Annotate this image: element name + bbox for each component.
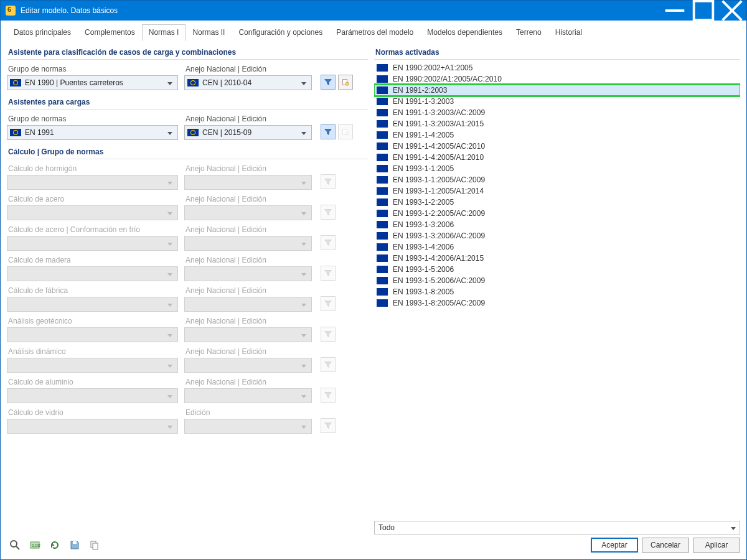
funnel-icon [324,391,332,399]
calc-row-filter-button [321,174,336,189]
cancel-button[interactable]: Cancelar [642,538,689,553]
funnel-icon [324,208,332,217]
standard-item[interactable]: EN 1993-1-2:2005/AC:2009 [374,208,740,219]
calc-row: Cálculo de acero | Conformación en fríoA… [7,224,368,251]
filter-combo[interactable]: Todo [374,521,740,534]
funnel-icon [324,78,332,86]
standard-item[interactable]: EN 1993-1-8:2005 [374,286,740,297]
activated-standards-list[interactable]: EN 1990:2002+A1:2005EN 1990:2002/A1:2005… [374,62,740,517]
standard-item[interactable]: EN 1993-1-1:2005 [374,163,740,174]
calc-row-combo-right [184,297,312,312]
standard-item[interactable]: EN 1991-1-3:2003/A1:2015 [374,118,740,129]
maximize-button[interactable] [689,1,718,21]
chevron-down-icon [299,128,309,137]
section-classification-title: Asistente para clasificación de casos de… [7,45,368,60]
maximize-icon [689,0,718,25]
calc-row-combo-right [184,358,312,373]
standard-item[interactable]: EN 1993-1-1:2005/AC:2009 [374,174,740,185]
eu-flag-icon [377,243,388,251]
chevron-down-icon [299,239,309,248]
standard-item-label: EN 1991-1-3:2003/AC:2009 [393,108,485,117]
book-gear-icon [341,78,350,86]
standard-item[interactable]: EN 1993-1-3:2006 [374,219,740,230]
section-activated-title: Normas activadas [374,45,740,60]
calc-row-combo-right [184,205,312,220]
tab-normas-ii[interactable]: Normas II [186,24,232,41]
window-title: Editar modelo. Datos básicos [21,6,118,15]
standard-item[interactable]: EN 1991-1-3:2003 [374,96,740,107]
tab-terreno[interactable]: Terreno [509,24,548,41]
ok-button[interactable]: Aceptar [591,538,638,553]
standard-item[interactable]: EN 1993-1-5:2006 [374,264,740,275]
combo-annex-2-value: CEN | 2015-09 [202,128,299,137]
minimize-button[interactable] [660,1,689,21]
tool-copy[interactable] [87,537,103,553]
svg-point-7 [345,132,349,135]
tool-save[interactable] [67,537,83,553]
chevron-down-icon [299,391,309,400]
standard-item[interactable]: EN 1993-1-3:2006/AC:2009 [374,230,740,241]
eu-flag-icon [377,98,388,105]
label-annex1: Anejo Nacional | Edición [186,65,312,73]
standard-item[interactable]: EN 1993-1-4:2006 [374,241,740,253]
standard-item[interactable]: EN 1993-1-1:2005/A1:2014 [374,185,740,197]
standard-item-label: EN 1993-1-4:2006 [393,243,454,251]
tab-datos-principales[interactable]: Datos principales [7,24,78,41]
standard-item[interactable]: EN 1991-2:2003 [374,85,740,96]
tab-modelos-dependientes[interactable]: Modelos dependientes [420,24,509,41]
eu-flag-icon [377,176,388,184]
save-icon [69,539,80,551]
minimize-icon [660,0,689,25]
calc-row: Análisis dinámicoAnejo Nacional | Edició… [7,346,368,373]
filter-button-1[interactable] [321,75,336,90]
tab-complementos[interactable]: Complementos [78,24,142,41]
combo-annex-2[interactable]: CEN | 2015-09 [184,125,312,140]
calc-row-combo-left [7,327,178,342]
standard-item[interactable]: EN 1991-1-4:2005/AC:2010 [374,141,740,152]
chevron-down-icon [731,523,736,532]
standard-item[interactable]: EN 1993-1-2:2005 [374,197,740,208]
eu-flag-icon [377,198,388,206]
calc-row-combo-left [7,236,178,251]
funnel-icon [324,177,332,186]
tab-configuraci-n-y-opciones[interactable]: Configuración y opciones [232,24,329,41]
standard-item[interactable]: EN 1993-1-4:2006/A1:2015 [374,253,740,264]
standard-item[interactable]: EN 1993-1-5:2006/AC:2009 [374,275,740,286]
standard-item[interactable]: EN 1991-1-3:2003/AC:2009 [374,107,740,118]
refresh-icon [49,539,60,551]
tool-refresh[interactable] [47,537,63,553]
standard-item[interactable]: EN 1990:2002/A1:2005/AC:2010 [374,73,740,85]
funnel-icon [324,128,332,136]
settings-button-2 [338,124,353,139]
standard-item-label: EN 1991-1-4:2005 [393,131,454,139]
tab-par-metros-del-modelo[interactable]: Parámetros del modelo [329,24,420,41]
tool-units[interactable]: 0,00 [27,537,43,553]
funnel-icon [324,360,332,369]
combo-standard-group-1[interactable]: EN 1990 | Puentes carreteros [7,75,178,90]
standard-item[interactable]: EN 1990:2002+A1:2005 [374,62,740,73]
calc-row-annex-label: Anejo Nacional | Edición [186,317,312,325]
standard-item-label: EN 1993-1-3:2006/AC:2009 [393,231,485,240]
combo-standard-group-2[interactable]: EN 1991 [7,125,178,140]
combo-annex-1[interactable]: CEN | 2010-04 [184,75,312,90]
tab-historial[interactable]: Historial [548,24,589,41]
funnel-icon [324,238,332,247]
calc-row-combo-right [184,236,312,251]
calc-row-label: Cálculo de hormigón [8,164,178,173]
calc-row: Cálculo de fábricaAnejo Nacional | Edici… [7,285,368,312]
content-area: Asistente para clasificación de casos de… [1,42,746,534]
standard-item[interactable]: EN 1991-1-4:2005 [374,129,740,141]
standard-item[interactable]: EN 1993-1-8:2005/AC:2009 [374,297,740,309]
tool-search[interactable] [7,537,23,553]
tab-normas-i[interactable]: Normas I [142,24,186,41]
chevron-down-icon [299,269,309,278]
apply-button[interactable]: Aplicar [693,538,740,553]
calc-row-combo-right [184,327,312,342]
settings-button-1[interactable] [338,75,353,90]
standard-item[interactable]: EN 1991-1-4:2005/A1:2010 [374,152,740,163]
close-button[interactable] [718,1,746,21]
funnel-icon [324,269,332,278]
calc-row-combo-right [184,388,312,403]
filter-button-2[interactable] [321,124,336,139]
units-icon: 0,00 [29,539,40,551]
